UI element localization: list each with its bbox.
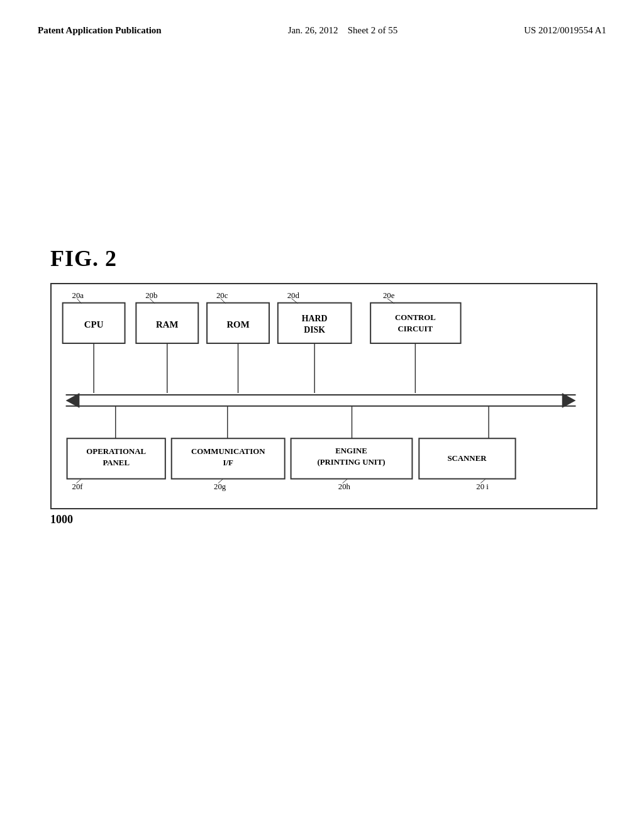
svg-text:CIRCUIT: CIRCUIT (398, 324, 433, 333)
svg-text:(PRINTING UNIT): (PRINTING UNIT) (317, 458, 385, 467)
figure-label: FIG. 2 (50, 245, 117, 272)
svg-text:SCANNER: SCANNER (447, 454, 487, 463)
svg-text:20c: 20c (216, 291, 228, 300)
svg-line-52 (343, 479, 348, 484)
svg-marker-25 (562, 393, 576, 408)
svg-rect-30 (67, 438, 165, 479)
diagram-container: 20a 20b 20c 20d 20e CPU RAM ROM HARD DIS… (50, 283, 597, 509)
svg-rect-36 (291, 438, 413, 479)
svg-marker-24 (66, 393, 80, 408)
svg-line-50 (76, 479, 81, 484)
svg-text:RAM: RAM (156, 319, 178, 329)
svg-line-45 (77, 299, 81, 304)
svg-text:COMMUNICATION: COMMUNICATION (191, 447, 265, 456)
svg-text:20d: 20d (287, 291, 300, 300)
svg-line-53 (480, 479, 486, 484)
device-label: 1000 (50, 513, 73, 526)
svg-text:ROM: ROM (226, 319, 249, 329)
header-sheet: Sheet 2 of 55 (348, 25, 398, 35)
svg-text:20f: 20f (72, 482, 84, 491)
svg-rect-11 (278, 303, 352, 343)
svg-text:20a: 20a (72, 291, 84, 300)
svg-text:20 i: 20 i (476, 482, 489, 491)
header-publication-type: Patent Application Publication (38, 25, 162, 36)
svg-text:20b: 20b (145, 291, 157, 300)
svg-text:OPERATIONAL: OPERATIONAL (86, 447, 146, 456)
svg-text:PANEL: PANEL (103, 458, 130, 467)
svg-text:DISK: DISK (304, 325, 325, 335)
svg-rect-39 (419, 438, 515, 479)
svg-rect-9 (207, 303, 269, 343)
svg-text:CPU: CPU (84, 319, 104, 329)
header-date: Jan. 26, 2012 (288, 25, 338, 35)
svg-line-47 (221, 299, 226, 304)
svg-text:CONTROL: CONTROL (395, 313, 436, 322)
header-patent-number: US 2012/0019554 A1 (524, 25, 606, 36)
svg-rect-7 (136, 303, 198, 343)
header-date-sheet: Jan. 26, 2012 Sheet 2 of 55 (288, 25, 398, 36)
svg-line-49 (387, 299, 394, 304)
svg-text:HARD: HARD (302, 314, 328, 323)
svg-text:20e: 20e (383, 291, 395, 300)
svg-text:20g: 20g (214, 482, 226, 491)
svg-rect-33 (172, 438, 285, 479)
svg-text:20h: 20h (338, 482, 351, 491)
diagram-svg: 20a 20b 20c 20d 20e CPU RAM ROM HARD DIS… (52, 284, 596, 508)
svg-line-51 (218, 479, 223, 484)
page-header: Patent Application Publication Jan. 26, … (0, 0, 644, 36)
svg-rect-5 (63, 303, 125, 343)
svg-text:I/F: I/F (223, 458, 234, 467)
svg-line-48 (292, 299, 298, 304)
svg-rect-14 (370, 303, 460, 343)
svg-text:ENGINE: ENGINE (335, 446, 367, 455)
svg-line-46 (150, 299, 155, 304)
